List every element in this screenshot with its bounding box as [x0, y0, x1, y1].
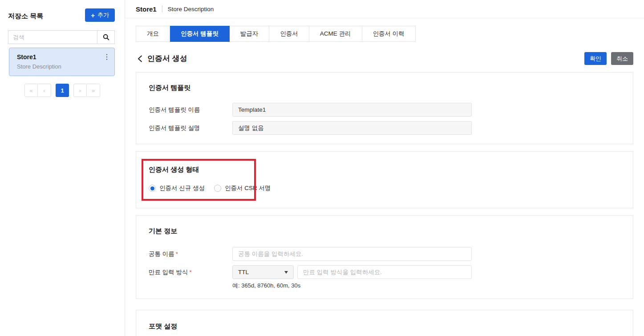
store-name: Store1 — [17, 53, 108, 61]
template-description-input[interactable] — [232, 121, 472, 135]
tab-certificate[interactable]: 인증서 — [269, 26, 309, 42]
radio-csr-signing[interactable]: 인증서 CSR 서명 — [214, 184, 271, 192]
back-button[interactable] — [136, 55, 144, 63]
add-store-label: 추가 — [97, 11, 109, 19]
required-asterisk: * — [176, 251, 178, 257]
app-window: 저장소 목록 + 추가 Store1 Store Description ⋮ «… — [0, 0, 644, 336]
expiry-value-input[interactable] — [297, 265, 472, 279]
chevron-down-icon — [284, 271, 288, 274]
chevron-left-icon: ‹ — [43, 87, 45, 94]
field-template-name: 인증서 템플릿 이름 — [149, 103, 620, 117]
template-name-label: 인증서 템플릿 이름 — [149, 106, 232, 114]
tab-overview[interactable]: 개요 — [136, 26, 170, 42]
store-list-item-store1[interactable]: Store1 Store Description ⋮ — [9, 48, 115, 76]
common-name-input[interactable] — [232, 247, 472, 261]
common-name-label: 공통 이름* — [149, 250, 232, 258]
radio-selected-icon — [149, 185, 156, 192]
search-icon — [103, 34, 109, 40]
radio-new-certificate[interactable]: 인증서 신규 생성 — [149, 184, 205, 192]
section-basic-info: 기본 정보 공통 이름* 만료 입력 방식* TTL 예: 365d, 8760… — [136, 215, 633, 299]
main-panel: Store1 Store Description 개요 인증서 템플릿 발급자 … — [125, 0, 644, 336]
pagination-next-button[interactable]: › — [73, 84, 87, 97]
double-chevron-left-icon: « — [29, 87, 32, 94]
sidebar-header: 저장소 목록 + 추가 — [0, 0, 125, 22]
plus-icon: + — [91, 12, 95, 19]
expiry-hint-text: 예: 365d, 8760h, 60m, 30s — [232, 282, 620, 290]
section-certificate-template: 인증서 템플릿 인증서 템플릿 이름 인증서 템플릿 설명 — [136, 72, 633, 144]
header-divider — [162, 5, 162, 12]
radio-unselected-icon — [214, 185, 221, 192]
generation-type-options: 인증서 신규 생성 인증서 CSR 서명 — [149, 184, 620, 192]
section-format-settings: 포맷 설정 인증서 포맷 PEM — [136, 310, 633, 336]
field-common-name: 공통 이름* — [149, 247, 620, 261]
section-title-basic-info: 기본 정보 — [149, 227, 620, 235]
confirm-button[interactable]: 확인 — [584, 52, 607, 65]
pagination-forward-group: › » — [73, 84, 100, 97]
tab-certificate-history[interactable]: 인증서 이력 — [362, 26, 416, 42]
pagination-first-button[interactable]: « — [24, 84, 38, 97]
section-title-format-settings: 포맷 설정 — [149, 322, 620, 331]
chevron-left-icon — [138, 55, 142, 62]
section-title-certificate-template: 인증서 템플릿 — [149, 84, 620, 92]
store-header-name: Store1 — [136, 5, 157, 13]
chevron-right-icon: › — [79, 87, 81, 94]
store-pagination: « ‹ 1 › » — [0, 84, 125, 97]
store-header: Store1 Store Description — [125, 0, 644, 18]
tab-issuer[interactable]: 발급자 — [230, 26, 270, 42]
title-actions: 확인 취소 — [584, 52, 633, 65]
store-list-sidebar: 저장소 목록 + 추가 Store1 Store Description ⋮ «… — [0, 0, 125, 336]
store-tabs: 개요 인증서 템플릿 발급자 인증서 ACME 관리 인증서 이력 — [136, 26, 633, 42]
content-area: 개요 인증서 템플릿 발급자 인증서 ACME 관리 인증서 이력 인증서 생성… — [125, 18, 644, 336]
radio-new-certificate-label: 인증서 신규 생성 — [159, 184, 205, 192]
sidebar-title: 저장소 목록 — [8, 10, 43, 20]
pagination-last-button[interactable]: » — [87, 84, 100, 97]
section-title-generation-type: 인증서 생성 형태 — [149, 166, 620, 174]
pagination-prev-button[interactable]: ‹ — [38, 84, 51, 97]
pagination-page-1[interactable]: 1 — [56, 84, 69, 97]
store-search — [8, 30, 115, 44]
section-generation-type: 인증서 생성 형태 인증서 신규 생성 인증서 CSR 서명 — [136, 151, 633, 208]
add-store-button[interactable]: + 추가 — [85, 8, 115, 22]
pagination-back-group: « ‹ — [24, 84, 51, 97]
double-chevron-right-icon: » — [92, 87, 95, 94]
template-name-input[interactable] — [232, 103, 472, 117]
page-title-row: 인증서 생성 확인 취소 — [136, 52, 633, 65]
expiry-type-select-value: TTL — [238, 269, 249, 275]
cancel-button[interactable]: 취소 — [611, 52, 633, 65]
page-title: 인증서 생성 — [147, 53, 187, 64]
store-description: Store Description — [17, 63, 108, 70]
field-template-description: 인증서 템플릿 설명 — [149, 121, 620, 135]
tab-acme-management[interactable]: ACME 관리 — [309, 26, 362, 42]
template-description-label: 인증서 템플릿 설명 — [149, 124, 232, 132]
store-header-description: Store Description — [168, 6, 214, 12]
tab-certificate-template[interactable]: 인증서 템플릿 — [170, 26, 230, 42]
search-button[interactable] — [97, 31, 114, 44]
kebab-menu-icon[interactable]: ⋮ — [103, 53, 111, 61]
required-asterisk: * — [190, 269, 192, 275]
expiry-type-select[interactable]: TTL — [232, 265, 294, 279]
field-expiry-method: 만료 입력 방식* TTL — [149, 265, 620, 279]
store-search-input[interactable] — [8, 31, 97, 44]
radio-csr-signing-label: 인증서 CSR 서명 — [225, 184, 271, 192]
expiry-method-label: 만료 입력 방식* — [149, 268, 232, 276]
